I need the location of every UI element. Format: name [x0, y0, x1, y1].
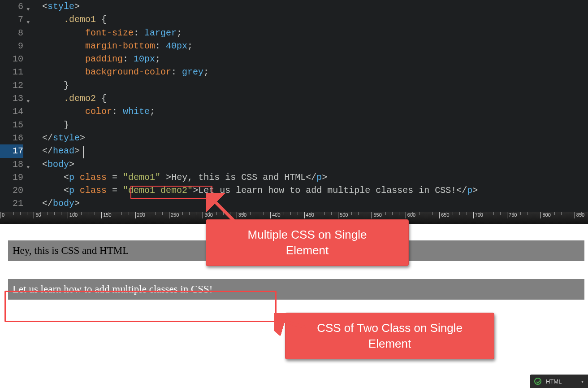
callout-line: Element: [286, 244, 329, 257]
callout-line: CSS of Two Class on Single: [317, 321, 463, 335]
check-circle-icon: [534, 378, 541, 385]
chevron-down-icon[interactable]: ▾: [581, 379, 584, 384]
language-mode-label[interactable]: HTML: [546, 378, 562, 385]
text-cursor: [83, 146, 84, 158]
code-content-area[interactable]: <style> .demo1 { font-size: larger; marg…: [42, 0, 588, 210]
code-editor[interactable]: 6▼7▼8910111213▼1415161718▼192021 <style>…: [0, 0, 588, 212]
callout-line: Element: [368, 337, 411, 350]
line-number-gutter: 6▼7▼8910111213▼1415161718▼192021: [0, 0, 31, 212]
status-bar[interactable]: HTML ▾: [530, 375, 588, 388]
callout-line: Multiple CSS on Single: [248, 228, 367, 241]
annotation-callout-2: CSS of Two Class on Single Element: [285, 313, 494, 359]
preview-paragraph-2: Let us learn how to add multiple classes…: [8, 279, 584, 300]
annotation-callout-1: Multiple CSS on Single Element: [206, 219, 409, 266]
